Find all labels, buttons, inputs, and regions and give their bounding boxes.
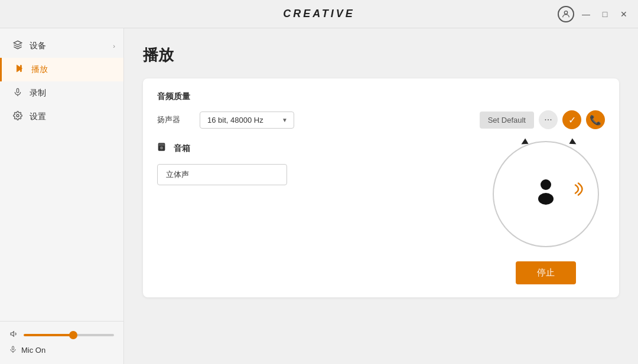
more-options-button[interactable]: ··· [539,110,558,129]
speaker-section: 音箱 立体声 ◄ ► [157,141,605,284]
user-account-button[interactable] [558,6,574,22]
quality-select[interactable]: 16 bit, 48000 Hz ▼ [200,112,294,129]
svg-rect-3 [20,65,21,72]
quality-select-container: 16 bit, 48000 Hz ▼ [200,112,294,129]
sidebar-nav: 设备 › 播放 [0,28,123,321]
check-icon: ✓ [568,114,576,126]
title-bar: CREATIVE — □ ✕ [0,0,638,28]
svg-point-0 [564,11,567,14]
speaker-mode-display: 立体声 [157,164,287,185]
confirm-button[interactable]: ✓ [562,110,581,129]
circle-visualization: ◄ ► [487,141,605,284]
select-chevron-icon: ▼ [282,117,288,123]
quality-select-value: 16 bit, 48000 Hz [207,116,263,124]
quality-actions: Set Default ··· ✓ 📞 [480,110,605,129]
sidebar-item-playback[interactable]: 播放 [0,58,123,81]
main-card: 音频质量 扬声器 16 bit, 48000 Hz ▼ Set Default … [143,78,619,297]
svg-rect-4 [17,88,19,93]
mic-row: Mic On [9,345,114,356]
svg-marker-1 [14,41,21,45]
sidebar-item-settings-label: 设置 [30,112,46,122]
volume-thumb [69,331,77,339]
svg-point-13 [541,179,551,190]
main-layout: 设备 › 播放 [0,28,638,364]
mic-icon [9,345,17,356]
mic-status-label: Mic On [21,346,45,355]
sidebar-item-settings[interactable]: 设置 [0,105,123,129]
person-icon [535,179,557,209]
stop-button[interactable]: 停止 [516,261,576,284]
svg-point-6 [17,114,19,117]
phone-icon: 📞 [590,114,601,126]
volume-icon [9,330,19,340]
sidebar: 设备 › 播放 [0,28,124,364]
speaker-device-icon [157,141,169,156]
close-button[interactable]: ✕ [617,7,631,21]
window-controls: — □ ✕ [558,6,631,22]
svg-marker-7 [11,332,14,336]
maximize-button[interactable]: □ [598,7,612,21]
volume-row [9,330,114,340]
sidebar-item-record[interactable]: 录制 [0,81,123,105]
speaker-section-title: 音箱 [174,143,190,154]
device-label: 扬声器 [157,114,193,125]
dots-icon: ··· [544,114,552,125]
sidebar-item-playback-label: 播放 [31,64,48,75]
speaker-left: 音箱 立体声 [157,141,473,185]
record-icon [12,87,24,99]
devices-chevron-icon: › [113,42,115,50]
minimize-button[interactable]: — [579,7,593,21]
sidebar-item-devices-label: 设备 [30,41,46,51]
sidebar-item-devices[interactable]: 设备 › [0,34,123,58]
playback-icon [14,64,25,76]
content-area: 播放 音频质量 扬声器 16 bit, 48000 Hz ▼ Set Defau… [124,28,638,364]
volume-slider[interactable] [24,334,114,336]
sidebar-bottom: Mic On [0,321,123,364]
sound-waves-icon [571,181,588,202]
svg-point-11 [160,146,163,149]
page-title: 播放 [143,45,619,65]
speaker-header: 音箱 [157,141,473,156]
sidebar-item-record-label: 录制 [30,88,46,99]
settings-icon [12,111,24,123]
svg-rect-8 [12,346,14,350]
quality-row: 扬声器 16 bit, 48000 Hz ▼ Set Default ··· ✓ [157,110,605,129]
speaker-circle: ◄ ► [487,135,605,253]
svg-point-14 [538,193,554,205]
app-logo: CREATIVE [283,8,355,20]
call-button[interactable]: 📞 [586,110,605,129]
devices-icon [12,40,24,52]
svg-rect-12 [159,143,165,146]
audio-quality-title: 音频质量 [157,91,605,102]
set-default-button[interactable]: Set Default [480,112,534,129]
